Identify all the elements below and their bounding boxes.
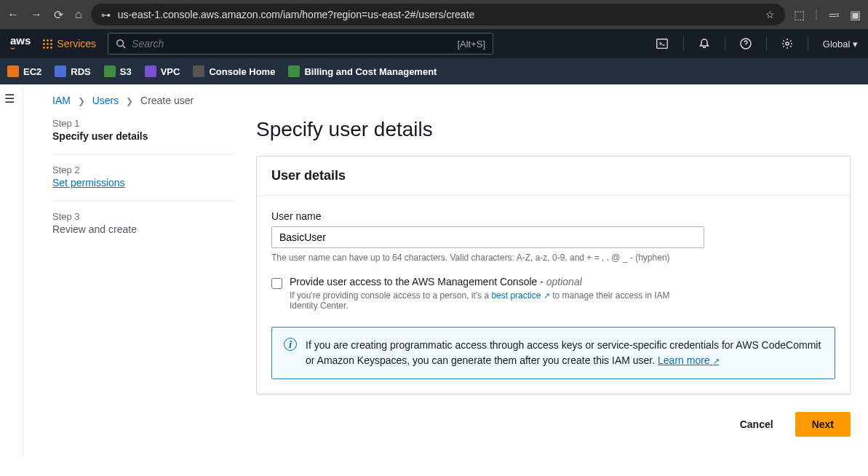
step-2: Step 2 Set permissions: [52, 164, 234, 201]
browser-toolbar: ← → ⟳ ⌂ ⊶ us-east-1.console.aws.amazon.c…: [0, 0, 868, 29]
forward-icon[interactable]: →: [31, 8, 42, 21]
billing-icon: [288, 66, 300, 77]
wizard-actions: Cancel Next: [256, 412, 851, 437]
breadcrumb: IAM ❯ Users ❯ Create user: [52, 95, 851, 106]
back-icon[interactable]: ←: [7, 8, 19, 21]
aws-logo[interactable]: aws⌣: [10, 36, 31, 51]
service-shortcuts-bar: EC2 RDS S3 VPC Console Home Billing and …: [0, 58, 868, 84]
main-layout: ☰ IAM ❯ Users ❯ Create user Step 1 Speci…: [0, 84, 868, 459]
step-1-num: Step 1: [52, 118, 234, 129]
learn-more-link[interactable]: Learn more ↗: [658, 354, 719, 366]
services-menu[interactable]: Services: [42, 38, 96, 49]
next-button[interactable]: Next: [795, 412, 851, 437]
svc-billing[interactable]: Billing and Cost Management: [288, 66, 437, 77]
region-selector[interactable]: Global ▾: [823, 39, 858, 49]
search-icon: [116, 39, 126, 49]
breadcrumb-users[interactable]: Users: [92, 95, 119, 106]
s3-icon: [104, 66, 116, 77]
cloudshell-icon[interactable]: [656, 37, 669, 50]
vpc-icon: [145, 66, 156, 77]
step-3-num: Step 3: [52, 211, 234, 222]
page-title: Specify user details: [256, 118, 851, 141]
best-practice-link[interactable]: best practice ↗: [491, 290, 549, 301]
svc-ec2[interactable]: EC2: [7, 66, 41, 77]
panel-header: User details: [257, 156, 850, 196]
breadcrumb-iam[interactable]: IAM: [52, 95, 71, 106]
svg-point-4: [786, 42, 789, 45]
step-1-title: Specify user details: [52, 130, 234, 142]
info-text: If you are creating programmatic access …: [306, 338, 823, 368]
svc-vpc[interactable]: VPC: [145, 66, 180, 77]
rds-icon: [55, 66, 66, 77]
help-icon[interactable]: [740, 38, 752, 49]
step-2-link[interactable]: Set permissions: [52, 177, 125, 189]
hamburger-icon[interactable]: ☰: [4, 92, 15, 105]
search-input[interactable]: [132, 38, 457, 49]
site-controls-icon: ⊶: [101, 9, 111, 20]
external-link-icon: ↗: [544, 291, 550, 300]
external-link-icon: ↗: [713, 357, 720, 365]
console-access-label: Provide user access to the AWS Managemen…: [290, 276, 697, 287]
info-icon: i: [284, 338, 297, 351]
step-3-title: Review and create: [52, 223, 234, 235]
services-grid-icon: [42, 39, 52, 49]
console-access-hint: If you're providing console access to a …: [290, 290, 697, 311]
console-access-checkbox[interactable]: [271, 278, 282, 289]
step-1: Step 1 Specify user details: [52, 118, 234, 154]
notifications-icon[interactable]: [698, 38, 710, 49]
side-panel-collapsed: ☰: [0, 84, 23, 459]
step-3: Step 3 Review and create: [52, 211, 234, 247]
url-text: us-east-1.console.aws.amazon.com/iam/hom…: [118, 9, 475, 20]
extensions-icon[interactable]: ⬚: [794, 8, 805, 22]
search-shortcut: [Alt+S]: [457, 39, 485, 49]
svc-rds[interactable]: RDS: [55, 66, 90, 77]
settings-icon[interactable]: [781, 38, 793, 49]
chevron-right-icon: ❯: [126, 96, 133, 106]
console-home-icon: [193, 66, 204, 77]
aws-search[interactable]: [Alt+S]: [108, 33, 493, 55]
username-label: User name: [271, 210, 835, 222]
reading-list-icon[interactable]: ≕: [828, 8, 840, 22]
wizard-steps: Step 1 Specify user details Step 2 Set p…: [52, 118, 234, 437]
svg-point-0: [117, 40, 124, 47]
sidepanel-icon[interactable]: ▣: [850, 8, 861, 22]
home-icon[interactable]: ⌂: [75, 8, 82, 21]
chevron-right-icon: ❯: [78, 96, 85, 106]
cancel-button[interactable]: Cancel: [727, 412, 787, 437]
svg-line-1: [123, 46, 126, 49]
user-details-panel: User details User name The user name can…: [256, 156, 851, 394]
url-bar[interactable]: ⊶ us-east-1.console.aws.amazon.com/iam/h…: [91, 4, 785, 25]
reload-icon[interactable]: ⟳: [54, 8, 63, 22]
username-input[interactable]: [271, 226, 704, 248]
breadcrumb-current: Create user: [140, 95, 194, 106]
svc-s3[interactable]: S3: [104, 66, 132, 77]
aws-top-nav: aws⌣ Services [Alt+S] Global ▾: [0, 29, 868, 58]
star-icon[interactable]: ☆: [765, 9, 775, 20]
info-alert: i If you are creating programmatic acces…: [271, 327, 835, 379]
svc-console-home[interactable]: Console Home: [193, 66, 275, 77]
username-hint: The user name can have up to 64 characte…: [271, 253, 835, 263]
ec2-icon: [7, 66, 19, 77]
step-2-num: Step 2: [52, 164, 234, 175]
